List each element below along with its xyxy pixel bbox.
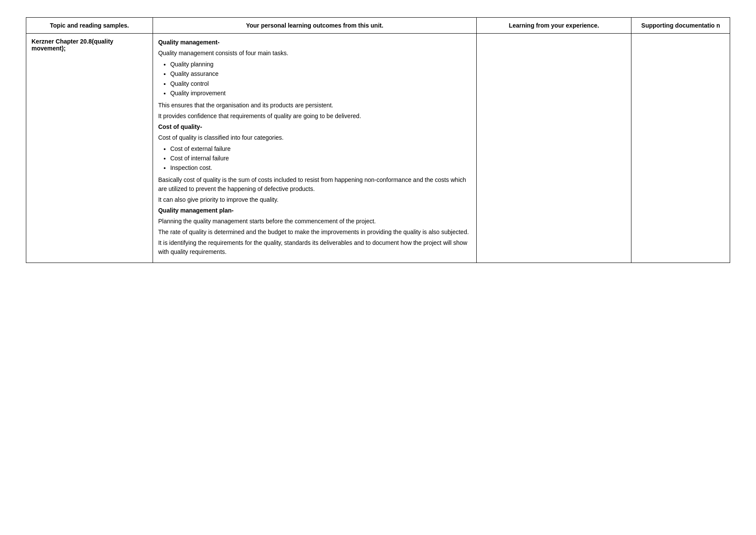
- qm-list: Quality planning Quality assurance Quali…: [170, 59, 471, 98]
- header-supporting: Supporting documentatio n: [631, 18, 730, 34]
- coq-intro: Cost of quality is classified into four …: [158, 133, 471, 142]
- qm-heading: Quality management-: [158, 38, 471, 47]
- coq-para1: Basically cost of quality is the sum of …: [158, 175, 471, 194]
- list-item: Quality control: [170, 79, 471, 88]
- list-item: Quality assurance: [170, 69, 471, 78]
- qmp-heading: Quality management plan-: [158, 206, 471, 215]
- coq-list: Cost of external failure Cost of interna…: [170, 144, 471, 173]
- list-item: Quality planning: [170, 59, 471, 69]
- qmp-para3: It is identifying the requirements for t…: [158, 238, 471, 257]
- header-topic: Topic and reading samples.: [26, 18, 153, 34]
- topic-cell: Kerzner Chapter 20.8(quality movement);: [26, 34, 153, 263]
- list-item: Cost of internal failure: [170, 153, 471, 163]
- supporting-cell: [631, 34, 730, 263]
- header-outcomes: Your personal learning outcomes from thi…: [153, 18, 476, 34]
- coq-para2: It can also give priority to improve the…: [158, 195, 471, 204]
- learning-cell: [477, 34, 631, 263]
- outcomes-cell: Quality management- Quality management c…: [153, 34, 476, 263]
- qmp-para1: Planning the quality management starts b…: [158, 217, 471, 226]
- table-row: Kerzner Chapter 20.8(quality movement); …: [26, 34, 730, 263]
- qm-para2: It provides confidence that requirements…: [158, 112, 471, 121]
- qmp-para2: The rate of quality is determined and th…: [158, 228, 471, 237]
- header-learning: Learning from your experience.: [477, 18, 631, 34]
- list-item: Cost of external failure: [170, 144, 471, 153]
- list-item: Quality improvement: [170, 88, 471, 98]
- list-item: Inspection cost.: [170, 163, 471, 172]
- outcomes-content: Quality management- Quality management c…: [158, 38, 471, 257]
- qm-para1: This ensures that the organisation and i…: [158, 101, 471, 110]
- qm-intro: Quality management consists of four main…: [158, 49, 471, 58]
- main-table: Topic and reading samples. Your personal…: [26, 17, 730, 263]
- coq-heading: Cost of quality-: [158, 122, 471, 131]
